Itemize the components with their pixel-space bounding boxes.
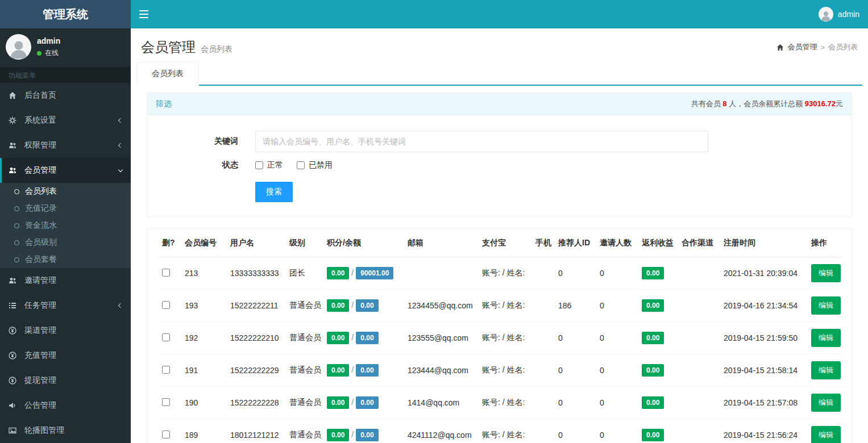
cell-register-time: 2021-01-31 20:39:04 xyxy=(720,257,808,290)
search-button[interactable]: 搜索 xyxy=(255,182,293,202)
row-checkbox[interactable] xyxy=(162,398,170,406)
edit-button[interactable]: 编辑 xyxy=(811,361,841,379)
cell-email: 123555@qq.com xyxy=(404,322,479,354)
sidebar-item-tasks[interactable]: 任务管理 xyxy=(0,293,131,318)
sidebar-item-invites[interactable]: 邀请管理 xyxy=(0,268,131,293)
sidebar-item-recharge[interactable]: 充值管理 xyxy=(0,343,131,368)
edit-button[interactable]: 编辑 xyxy=(811,329,841,347)
cell-invites: 0 xyxy=(596,419,638,443)
tab-content: 筛选 共有会员 8 人，会员余额累计总额 93016.72元 关键词 状态 正常 xyxy=(136,86,862,443)
cell-phone xyxy=(532,322,555,354)
cell-channel xyxy=(678,419,720,443)
checkbox[interactable] xyxy=(255,161,263,169)
status-label: 状态 xyxy=(147,160,255,170)
cell-username: 15222222229 xyxy=(227,354,286,387)
row-checkbox[interactable] xyxy=(162,301,170,309)
col-delete: 删? xyxy=(159,229,181,257)
filter-panel-header: 筛选 共有会员 8 人，会员余额累计总额 93016.72元 xyxy=(147,93,852,115)
submenu-item-member-packages[interactable]: 会员套餐 xyxy=(0,251,131,268)
member-count: 8 xyxy=(722,99,726,108)
chevron-left-icon xyxy=(118,118,123,123)
cell-phone xyxy=(532,354,555,387)
keyword-label: 关键词 xyxy=(147,136,255,147)
edit-button[interactable]: 编辑 xyxy=(811,296,841,315)
keyword-input[interactable] xyxy=(255,131,708,152)
cell-phone xyxy=(532,419,555,443)
submenu-item-fund-flow[interactable]: 资金流水 xyxy=(0,217,131,234)
filter-panel-title[interactable]: 筛选 xyxy=(156,99,172,109)
col-points-balance: 积分/余额 xyxy=(323,229,404,257)
points-badge: 0.00 xyxy=(327,332,349,344)
cell-username: 13333333333 xyxy=(227,257,286,290)
cell-invites: 0 xyxy=(596,322,638,354)
cell-alipay: 账号: / 姓名: xyxy=(479,419,532,443)
sidebar-item-carousel[interactable]: 轮播图管理 xyxy=(0,418,131,443)
coin-icon xyxy=(9,377,20,385)
cell-email: 123444@qq.com xyxy=(404,354,479,387)
cell-channel xyxy=(678,290,720,322)
cell-level: 普通会员 xyxy=(286,354,323,387)
points-badge: 0.00 xyxy=(327,267,349,279)
cell-member-id: 213 xyxy=(181,257,227,290)
sidebar-item-members[interactable]: 会员管理 xyxy=(0,158,131,183)
page-title: 会员管理 xyxy=(141,39,196,55)
cell-rebate: 0.00 xyxy=(638,387,678,419)
edit-button[interactable]: 编辑 xyxy=(811,264,841,282)
edit-button[interactable]: 编辑 xyxy=(811,426,841,443)
gear-icon xyxy=(9,116,20,124)
brand-logo[interactable]: 管理系统 xyxy=(0,0,131,28)
hamburger-icon[interactable] xyxy=(131,0,157,28)
sidebar-user-status[interactable]: 在线 xyxy=(37,48,60,58)
cell-member-id: 192 xyxy=(181,322,227,354)
cell-username: 15222222228 xyxy=(227,387,286,419)
col-username: 用户名 xyxy=(227,229,286,257)
cell-register-time: 2019-04-15 21:59:50 xyxy=(720,322,808,354)
sidebar-item-system-settings[interactable]: 系统设置 xyxy=(0,108,131,133)
rebate-badge: 0.00 xyxy=(642,364,664,377)
member-table: 删? 会员编号 用户名 级别 积分/余额 邮箱 支付宝 手机 推荐人ID 邀请人… xyxy=(159,229,841,443)
sidebar-item-permissions[interactable]: 权限管理 xyxy=(0,133,131,158)
users-icon xyxy=(9,277,20,285)
cell-invites: 0 xyxy=(596,387,638,419)
rebate-badge: 0.00 xyxy=(642,396,664,409)
total-balance: 93016.72 xyxy=(805,99,836,108)
tab-member-list[interactable]: 会员列表 xyxy=(136,62,199,86)
cell-register-time: 2019-04-15 21:56:24 xyxy=(720,419,808,443)
sidebar-item-withdrawals[interactable]: 提现管理 xyxy=(0,368,131,393)
topbar-user-menu[interactable]: admin xyxy=(810,7,868,22)
cell-points-balance: 0.00/90001.00 xyxy=(323,257,404,290)
cell-referrer: 0 xyxy=(555,387,596,419)
cell-level: 普通会员 xyxy=(286,290,323,322)
cell-alipay: 账号: / 姓名: xyxy=(479,387,532,419)
cell-username: 15222222211 xyxy=(227,290,286,322)
points-badge: 0.00 xyxy=(327,396,349,409)
status-checkbox-disabled[interactable]: 已禁用 xyxy=(297,160,333,170)
edit-button[interactable]: 编辑 xyxy=(811,394,841,412)
col-actions: 操作 xyxy=(808,229,841,257)
col-channel: 合作渠道 xyxy=(678,229,720,257)
cell-register-time: 2019-04-16 21:34:54 xyxy=(720,290,808,322)
cell-level: 团长 xyxy=(286,257,323,290)
checkbox[interactable] xyxy=(297,161,305,169)
cell-referrer: 0 xyxy=(555,419,596,443)
cell-username: 18012121212 xyxy=(227,419,286,443)
submenu-item-member-list[interactable]: 会员列表 xyxy=(0,183,131,200)
sidebar-item-channels[interactable]: 渠道管理 xyxy=(0,318,131,343)
cell-points-balance: 0.00/0.00 xyxy=(323,322,404,354)
row-checkbox[interactable] xyxy=(162,269,170,277)
breadcrumb-home[interactable]: 会员管理 xyxy=(787,42,817,52)
row-checkbox[interactable] xyxy=(162,431,170,438)
row-checkbox[interactable] xyxy=(162,333,170,341)
sidebar-item-home[interactable]: 后台首页 xyxy=(0,83,131,108)
balance-badge: 90001.00 xyxy=(356,267,393,279)
status-checkbox-normal[interactable]: 正常 xyxy=(255,160,283,170)
row-checkbox[interactable] xyxy=(162,366,170,374)
rebate-badge: 0.00 xyxy=(642,332,664,344)
cell-alipay: 账号: / 姓名: xyxy=(479,290,532,322)
table-row: 193 15222222211 普通会员 0.00/0.00 1234455@q… xyxy=(159,290,841,322)
submenu-item-member-levels[interactable]: 会员级别 xyxy=(0,234,131,251)
submenu-item-recharge-records[interactable]: 充值记录 xyxy=(0,200,131,217)
circle-icon xyxy=(14,189,19,194)
rebate-badge: 0.00 xyxy=(642,299,664,312)
sidebar-item-announcements[interactable]: 公告管理 xyxy=(0,393,131,418)
